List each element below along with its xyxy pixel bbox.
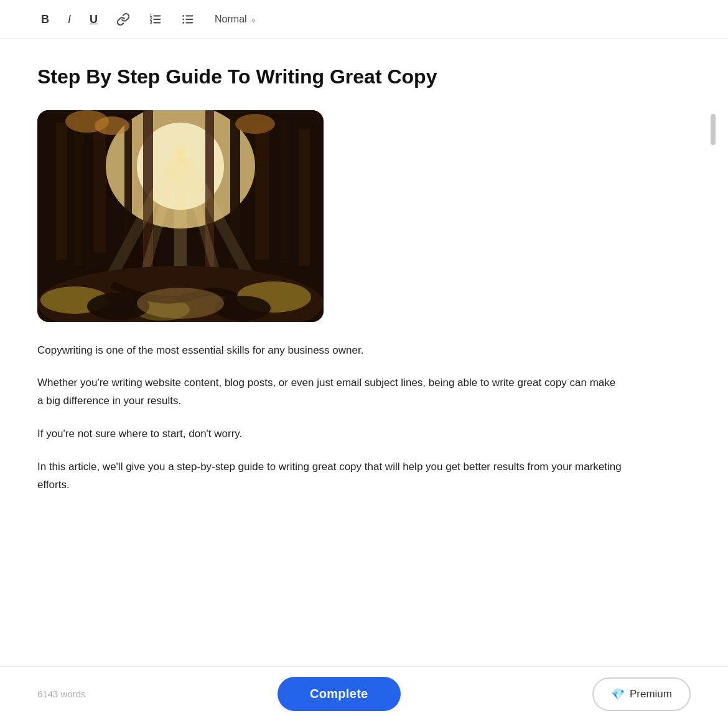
premium-button[interactable]: 💎 Premium	[592, 677, 691, 711]
article-body: Copywriting is one of the most essential…	[37, 342, 622, 494]
svg-point-36	[137, 288, 224, 319]
italic-button[interactable]: I	[64, 11, 75, 29]
toolbar: B I U 1 2 3 Normal ⬦	[0, 0, 728, 39]
svg-point-9	[182, 15, 184, 17]
svg-point-39	[235, 114, 275, 134]
svg-point-11	[182, 22, 184, 24]
svg-point-35	[215, 296, 271, 321]
article-image	[37, 110, 324, 322]
svg-point-10	[182, 19, 184, 21]
paragraph-1: Copywriting is one of the most essential…	[37, 342, 622, 360]
ordered-list-button[interactable]: 1 2 3	[145, 10, 166, 29]
paragraph-2: Whether you're writing website content, …	[37, 374, 622, 410]
bold-button[interactable]: B	[37, 11, 53, 29]
word-count: 6143 words	[37, 689, 86, 699]
bottom-bar: 6143 words Complete 💎 Premium	[0, 666, 728, 721]
complete-button[interactable]: Complete	[278, 677, 401, 711]
article-image-wrapper	[37, 110, 691, 322]
main-content: Step By Step Guide To Writing Great Copy	[0, 39, 728, 584]
svg-rect-21	[280, 120, 289, 263]
style-select-label: Normal	[215, 14, 247, 25]
paragraph-3: If you're not sure where to start, don't…	[37, 425, 622, 443]
svg-point-38	[95, 116, 129, 135]
underline-button[interactable]: U	[86, 11, 101, 29]
link-button[interactable]	[113, 10, 134, 29]
scrollbar[interactable]	[711, 114, 716, 145]
svg-rect-17	[93, 129, 106, 253]
unordered-list-button[interactable]	[177, 10, 198, 29]
diamond-icon: 💎	[611, 687, 625, 701]
premium-label: Premium	[630, 688, 672, 700]
svg-rect-22	[299, 129, 310, 266]
svg-rect-20	[255, 126, 269, 260]
svg-rect-15	[56, 123, 67, 260]
style-select[interactable]: Normal ⬦	[215, 14, 256, 25]
svg-rect-16	[75, 116, 83, 266]
chevron-down-icon: ⬦	[251, 14, 256, 24]
paragraph-4: In this article, we'll give you a step-b…	[37, 458, 622, 494]
article-title: Step By Step Guide To Writing Great Copy	[37, 64, 691, 90]
svg-text:3: 3	[150, 20, 152, 24]
